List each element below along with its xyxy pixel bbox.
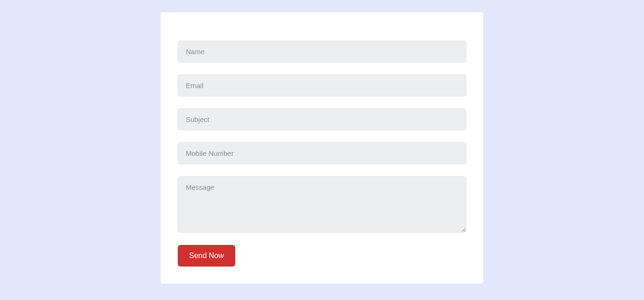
name-input[interactable]: [178, 41, 466, 63]
contact-form-card: Send Now: [161, 12, 483, 284]
email-input[interactable]: [178, 74, 466, 97]
subject-input[interactable]: [178, 108, 466, 130]
form-group-message: [178, 176, 466, 235]
form-group-email: [178, 74, 466, 97]
form-group-name: [178, 41, 466, 63]
mobile-input[interactable]: [178, 142, 466, 164]
form-group-mobile: [178, 142, 466, 164]
message-textarea[interactable]: [178, 176, 466, 233]
send-button[interactable]: Send Now: [178, 245, 235, 267]
form-group-subject: [178, 108, 466, 130]
contact-form: Send Now: [178, 41, 466, 267]
